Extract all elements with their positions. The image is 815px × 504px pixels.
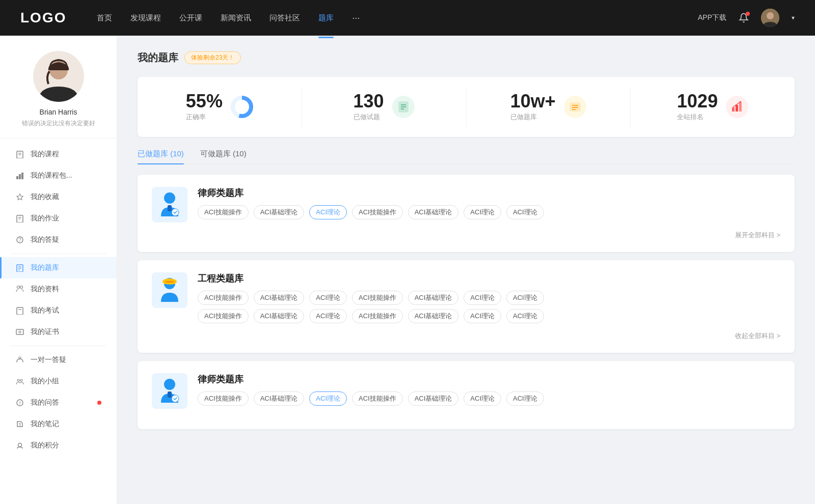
svg-marker-10 [17, 194, 23, 200]
subject-tag[interactable]: ACI理论 [506, 205, 544, 219]
subject-tag[interactable]: ACI理论 [506, 291, 544, 305]
svg-rect-7 [16, 176, 18, 179]
subject-tag[interactable]: ACI理论 [464, 205, 501, 219]
subject-tag[interactable]: ACI理论 [464, 391, 501, 406]
tab-done-banks[interactable]: 已做题库 (10) [138, 149, 184, 164]
expand-subjects-link[interactable]: 收起全部科目 > [152, 331, 780, 341]
my-course-icon [15, 150, 24, 159]
svg-rect-47 [168, 205, 172, 211]
menu-my-data[interactable]: 我的资料 [0, 278, 117, 300]
nav-opencourse[interactable]: 公开课 [179, 11, 202, 25]
subject-tag[interactable]: ACI技能操作 [198, 291, 249, 305]
nav-more[interactable]: ··· [352, 13, 360, 23]
subject-tag[interactable]: ACI理论 [309, 309, 347, 323]
qbank-title: 工程类题库 [198, 272, 780, 285]
my-points-icon [15, 441, 24, 450]
nav-questionbank[interactable]: 题库 [318, 11, 334, 25]
subject-tag[interactable]: ACI技能操作 [198, 205, 249, 219]
menu-my-exam[interactable]: 我的考试 [0, 300, 117, 321]
menu-favorites[interactable]: 我的收藏 [0, 186, 117, 208]
subject-tag[interactable]: ACI理论 [506, 309, 544, 323]
subject-tag[interactable]: ACI基础理论 [408, 309, 459, 323]
qbank-icon-wrap [152, 272, 187, 308]
svg-text:?: ? [18, 237, 21, 243]
subject-tag[interactable]: ACI基础理论 [408, 391, 459, 406]
subject-tag[interactable]: ACI理论 [309, 205, 347, 219]
accuracy-label: 正确率 [186, 113, 223, 122]
qbank-title: 律师类题库 [198, 187, 780, 199]
stat-done-banks: 10w+ 已做题库 [467, 87, 631, 127]
expand-subjects-link[interactable]: 展开全部科目 > [152, 231, 780, 240]
menu-my-qa[interactable]: ? 我的答疑 [0, 229, 117, 250]
menu-one-on-one[interactable]: 一对一答疑 [0, 349, 117, 371]
svg-rect-52 [166, 281, 174, 283]
app-download-link[interactable]: APP下载 [698, 13, 726, 22]
subject-tag[interactable]: ACI理论 [464, 309, 501, 323]
stat-ranking: 1029 全站排名 [631, 87, 795, 127]
notification-bell[interactable] [737, 11, 751, 25]
subject-tag[interactable]: ACI技能操作 [352, 391, 403, 406]
menu-my-certificate[interactable]: 我的证书 [0, 321, 117, 343]
logo[interactable]: LOGO [20, 10, 66, 26]
navbar-right: APP下载 ▾ [698, 9, 795, 27]
qbank-title: 律师类题库 [198, 373, 780, 385]
qbank-card: 律师类题库ACI技能操作ACI基础理论ACI理论ACI技能操作ACI基础理论AC… [138, 175, 795, 252]
sidebar: Brian Harris 错误的决定比没有决定要好 我的课程 我的课程包... [0, 36, 117, 504]
subject-tag[interactable]: ACI基础理论 [254, 309, 305, 323]
tags-row-2: ACI技能操作ACI基础理论ACI理论ACI技能操作ACI基础理论ACI理论AC… [198, 309, 780, 323]
menu-homework[interactable]: 我的作业 [0, 208, 117, 229]
nav-qa[interactable]: 问答社区 [269, 11, 300, 25]
notification-dot [746, 12, 750, 16]
favorites-icon [15, 192, 24, 202]
subject-tag[interactable]: ACI基础理论 [408, 205, 459, 219]
my-qa-icon: ? [15, 235, 24, 244]
subject-tag[interactable]: ACI技能操作 [198, 391, 249, 406]
my-exam-icon [15, 306, 24, 315]
subject-tag[interactable]: ACI基础理论 [408, 291, 459, 305]
subject-tag[interactable]: ACI基础理论 [254, 205, 305, 219]
subject-tag[interactable]: ACI理论 [309, 291, 347, 305]
subject-tag[interactable]: ACI技能操作 [352, 291, 403, 305]
svg-rect-22 [17, 307, 23, 315]
profile-motto: 错误的决定比没有决定要好 [22, 119, 95, 128]
avatar[interactable] [761, 9, 779, 27]
qbank-card: 工程类题库ACI技能操作ACI基础理论ACI理论ACI技能操作ACI基础理论AC… [138, 260, 795, 353]
stats-row: 55% 正确率 130 已做试题 [138, 77, 795, 137]
nav-home[interactable]: 首页 [97, 11, 112, 25]
my-data-icon [15, 285, 24, 294]
menu-my-notes[interactable]: 我的笔记 [0, 413, 117, 435]
menu-my-course[interactable]: 我的课程 [0, 144, 117, 165]
tab-available-banks[interactable]: 可做题库 (10) [200, 149, 247, 164]
subject-tag[interactable]: ACI技能操作 [352, 205, 403, 219]
menu-my-questions[interactable]: ? 我的问答 [0, 392, 117, 413]
svg-point-45 [740, 101, 741, 103]
svg-rect-54 [168, 391, 172, 398]
subject-tag[interactable]: ACI基础理论 [254, 391, 305, 406]
nav-news[interactable]: 新闻资讯 [221, 11, 251, 25]
my-certificate-icon [15, 327, 24, 337]
user-menu-chevron[interactable]: ▾ [792, 14, 795, 21]
menu-course-package[interactable]: 我的课程包... [0, 165, 117, 186]
menu-my-points[interactable]: 我的积分 [0, 435, 117, 456]
svg-text:?: ? [18, 401, 21, 406]
subject-tag[interactable]: ACI基础理论 [254, 291, 305, 305]
done-banks-label: 已做题库 [510, 113, 556, 122]
subject-tag[interactable]: ACI理论 [309, 391, 347, 406]
svg-rect-42 [732, 107, 735, 111]
tabs-row: 已做题库 (10) 可做题库 (10) [138, 149, 795, 164]
menu-my-group[interactable]: 我的小组 [0, 371, 117, 392]
nav-discover[interactable]: 发现课程 [130, 11, 161, 25]
subject-tag[interactable]: ACI技能操作 [198, 309, 249, 323]
donut-chart [231, 96, 253, 118]
subject-tag[interactable]: ACI理论 [464, 291, 501, 305]
my-notes-icon [15, 419, 24, 429]
subject-tag[interactable]: ACI理论 [506, 391, 544, 406]
menu-questionbank[interactable]: 我的题库 [0, 257, 117, 278]
svg-point-46 [164, 192, 175, 204]
svg-rect-44 [739, 102, 742, 111]
done-questions-number: 130 [354, 92, 384, 110]
sidebar-menu: 我的课程 我的课程包... 我的收藏 我的作业 [0, 138, 117, 461]
menu-divider-2 [10, 346, 106, 346]
subject-tag[interactable]: ACI技能操作 [352, 309, 403, 323]
homework-icon [15, 214, 24, 223]
